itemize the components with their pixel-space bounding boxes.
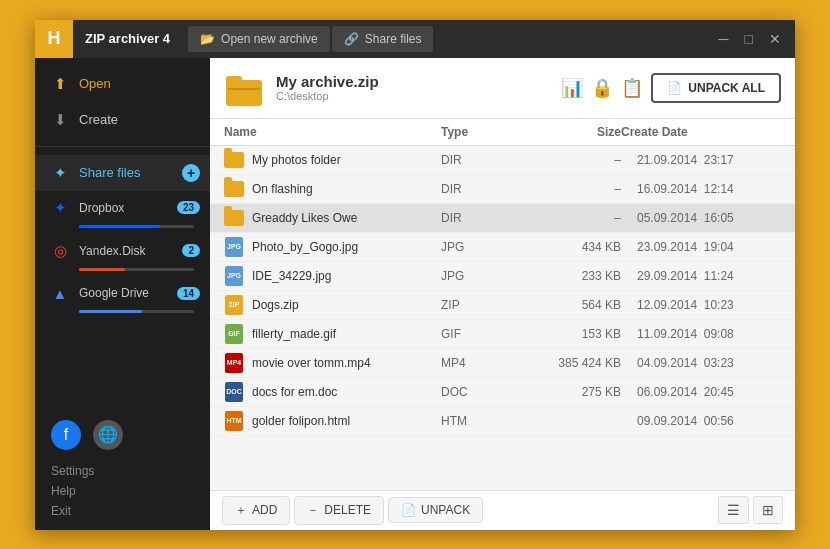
app-logo: H [35,20,73,58]
table-row[interactable]: HTM golder folipon.html HTM 09.09.2014 0… [210,407,795,436]
table-row[interactable]: My photos folder DIR – 21.09.2014 23:17 [210,146,795,175]
svg-rect-1 [226,76,242,84]
sidebar-divider-1 [35,146,210,147]
folder-dir-icon [224,152,244,168]
file-size: 434 KB [521,240,621,254]
archive-folder-icon [224,68,264,108]
dropbox-progress-bar [79,225,160,228]
sidebar-item-share[interactable]: ✦ Share files + [35,155,210,191]
table-row[interactable]: DOC docs for em.doc DOC 275 KB 06.09.201… [210,378,795,407]
add-button[interactable]: ＋ ADD [222,496,290,525]
add-icon: ＋ [235,502,247,519]
file-name-cell: My photos folder [224,151,441,169]
file-icon-container [224,180,244,198]
file-type: GIF [441,327,521,341]
share-icon: ✦ [51,164,69,182]
stats-icon[interactable]: 📊 [561,77,583,99]
file-name: docs for em.doc [252,385,337,399]
help-link[interactable]: Help [51,484,194,498]
file-type: DIR [441,153,521,167]
facebook-icon[interactable]: f [51,420,81,450]
file-date: 05.09.2014 16:05 [621,211,781,225]
file-size: 385 424 KB [521,356,621,370]
app-window: H ZIP archiver 4 📂 Open new archive 🔗 Sh… [35,20,795,530]
file-type: DIR [441,211,521,225]
file-icon-container: HTM [224,412,244,430]
file-name: fillerty_made.gif [252,327,336,341]
yandex-badge: 2 [182,244,200,257]
file-type: JPG [441,240,521,254]
file-name: movie over tomm.mp4 [252,356,371,370]
sidebar-item-open[interactable]: ⬆ Open [35,66,210,102]
list-view-button[interactable]: ☰ [718,496,749,524]
settings-link[interactable]: Settings [51,464,194,478]
table-row[interactable]: Greaddy Likes Owe DIR – 05.09.2014 16:05 [210,204,795,233]
web-icon[interactable]: 🌐 [93,420,123,450]
file-name-cell: On flashing [224,180,441,198]
social-icons: f 🌐 [51,420,194,450]
archive-info: My archive.zip C:\desktop [276,73,549,102]
table-row[interactable]: MP4 movie over tomm.mp4 MP4 385 424 KB 0… [210,349,795,378]
dropbox-progress [79,225,194,228]
file-name-cell: GIF fillerty_made.gif [224,325,441,343]
file-size: – [521,211,621,225]
gif-file-icon: GIF [225,324,243,344]
file-date: 21.09.2014 23:17 [621,153,781,167]
grid-view-button[interactable]: ⊞ [753,496,783,524]
file-icon-container: JPG [224,267,244,285]
file-type: JPG [441,269,521,283]
dropbox-icon: ✦ [51,199,69,217]
share-files-button[interactable]: 🔗 Share files [332,26,434,52]
sidebar-links: Settings Help Exit [51,464,194,518]
google-progress-bar [79,310,142,313]
lock-icon[interactable]: 🔒 [591,77,613,99]
unpack-icon: 📄 [667,81,682,95]
file-type: DIR [441,182,521,196]
file-icon-container [224,209,244,227]
table-row[interactable]: JPG Photo_by_Gogo.jpg JPG 434 KB 23.09.2… [210,233,795,262]
main-layout: ⬆ Open ⬇ Create ✦ Share files + ✦ Dropbo… [35,58,795,530]
sidebar-item-create[interactable]: ⬇ Create [35,102,210,138]
archive-path: C:\desktop [276,90,549,102]
sidebar-item-yandex[interactable]: ◎ Yandex.Disk 2 [35,234,210,268]
info-icon[interactable]: 📋 [621,77,643,99]
col-name-header: Name [224,125,441,139]
file-icon-container: JPG [224,238,244,256]
unpack-button[interactable]: 📄 UNPACK [388,497,483,523]
minimize-button[interactable]: ─ [715,29,733,49]
file-icon-container [224,151,244,169]
file-name: IDE_34229.jpg [252,269,331,283]
svg-rect-2 [228,88,260,90]
archive-actions: 📊 🔒 📋 📄 UNPACK ALL [561,73,781,103]
table-row[interactable]: ZIP Dogs.zip ZIP 564 KB 12.09.2014 10:23 [210,291,795,320]
file-size: 153 KB [521,327,621,341]
file-date: 23.09.2014 19:04 [621,240,781,254]
maximize-button[interactable]: □ [741,29,757,49]
file-name-cell: JPG Photo_by_Gogo.jpg [224,238,441,256]
sidebar-item-dropbox[interactable]: ✦ Dropbox 23 [35,191,210,225]
unpack-all-button[interactable]: 📄 UNPACK ALL [651,73,781,103]
folder-icon: 📂 [200,32,215,46]
sidebar-item-google[interactable]: ▲ Google Drive 14 [35,277,210,310]
sidebar-bottom: f 🌐 Settings Help Exit [35,408,210,530]
window-controls: ─ □ ✕ [705,29,795,49]
file-size: – [521,153,621,167]
unpack-doc-icon: 📄 [401,503,416,517]
jpg-file-icon: JPG [225,237,243,257]
jpg-file-icon: JPG [225,266,243,286]
delete-button[interactable]: － DELETE [294,496,384,525]
file-size: – [521,182,621,196]
table-row[interactable]: On flashing DIR – 16.09.2014 12:14 [210,175,795,204]
table-row[interactable]: GIF fillerty_made.gif GIF 153 KB 11.09.2… [210,320,795,349]
file-name-cell: Greaddy Likes Owe [224,209,441,227]
file-date: 09.09.2014 00:56 [621,414,781,428]
table-row[interactable]: JPG IDE_34229.jpg JPG 233 KB 29.09.2014 … [210,262,795,291]
yandex-progress [79,268,194,271]
file-name: On flashing [252,182,313,196]
doc-file-icon: DOC [225,382,243,402]
open-archive-button[interactable]: 📂 Open new archive [188,26,330,52]
file-date: 16.09.2014 12:14 [621,182,781,196]
file-name: Photo_by_Gogo.jpg [252,240,358,254]
close-button[interactable]: ✕ [765,29,785,49]
exit-link[interactable]: Exit [51,504,194,518]
